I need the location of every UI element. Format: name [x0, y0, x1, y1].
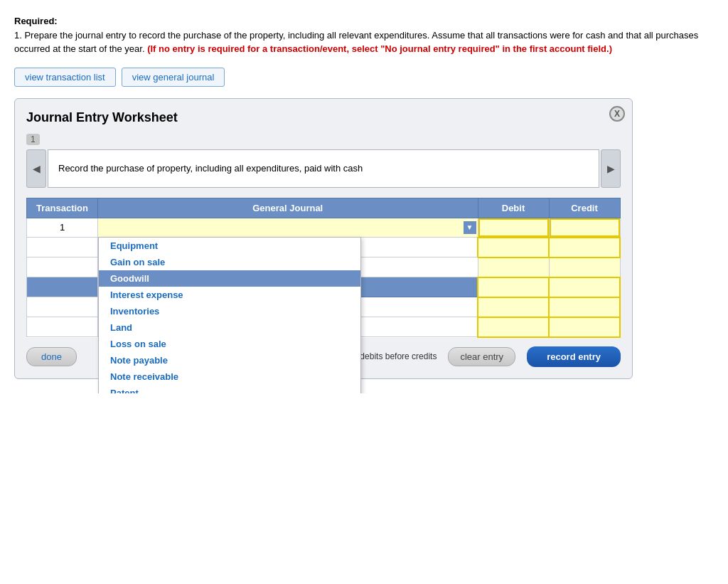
transaction-cell	[27, 317, 98, 337]
transaction-cell: 1	[27, 218, 98, 238]
account-cell[interactable]: ▼ Equipment Gain on sale Goodwill Intere…	[98, 218, 478, 238]
dropdown-item-interest-expense[interactable]: Interest expense	[99, 287, 360, 303]
debit-cell-3[interactable]	[478, 258, 549, 277]
credit-input-2[interactable]	[550, 238, 619, 257]
required-title: Required:	[14, 16, 58, 26]
warning-text: (If no entry is required for a transacti…	[147, 43, 612, 54]
debit-input-5[interactable]	[478, 298, 548, 317]
dropdown-item-gain-on-sale[interactable]: Gain on sale	[99, 254, 360, 270]
view-transaction-list-button[interactable]: view transaction list	[14, 68, 116, 87]
transaction-cell	[27, 238, 98, 258]
credit-input-5[interactable]	[550, 298, 619, 317]
debit-cell-4[interactable]	[478, 277, 549, 297]
col-header-credit: Credit	[549, 198, 620, 218]
debit-input-3[interactable]	[478, 258, 549, 277]
credit-cell-3[interactable]	[549, 258, 620, 277]
account-input[interactable]	[98, 218, 478, 237]
required-section: Required: 1. Prepare the journal entry t…	[14, 14, 714, 56]
dropdown-item-note-receivable[interactable]: Note receivable	[99, 368, 360, 385]
debit-input[interactable]	[478, 218, 549, 237]
done-button[interactable]: done	[26, 347, 77, 366]
dropdown-item-land[interactable]: Land	[99, 319, 360, 336]
journal-table: Transaction General Journal Debit Credit…	[26, 198, 621, 338]
view-general-journal-button[interactable]: view general journal	[122, 68, 225, 87]
worksheet-title: Journal Entry Worksheet	[26, 110, 621, 125]
transaction-badge: 1	[26, 134, 40, 145]
close-button[interactable]: X	[609, 106, 625, 122]
credit-cell-6[interactable]	[549, 317, 620, 337]
dropdown-item-patent[interactable]: Patent	[99, 385, 360, 393]
clear-button[interactable]: clear entry	[448, 347, 515, 366]
credit-input-6[interactable]	[550, 318, 619, 336]
credit-input-4[interactable]	[550, 278, 619, 297]
debit-cell-5[interactable]	[478, 297, 549, 317]
dropdown-item-goodwill[interactable]: Goodwill	[99, 270, 360, 287]
credit-input-3[interactable]	[550, 258, 620, 277]
nav-row: ◀ Record the purchase of property, inclu…	[26, 149, 621, 188]
credit-cell-5[interactable]	[549, 297, 620, 317]
dropdown-item-note-payable[interactable]: Note payable	[99, 352, 360, 368]
credit-cell[interactable]	[549, 218, 620, 238]
dropdown-item-loss-on-sale[interactable]: Loss on sale	[99, 336, 360, 352]
account-dropdown[interactable]: Equipment Gain on sale Goodwill Interest…	[98, 237, 361, 393]
col-header-transaction: Transaction	[27, 198, 98, 218]
transaction-cell	[27, 297, 98, 317]
credit-cell-4[interactable]	[549, 277, 620, 297]
dropdown-arrow[interactable]: ▼	[464, 221, 476, 234]
debit-cell[interactable]	[478, 218, 549, 238]
col-header-debit: Debit	[478, 198, 549, 218]
record-entry-button[interactable]: record entry	[527, 346, 621, 367]
prev-arrow[interactable]: ◀	[26, 149, 46, 188]
toolbar: view transaction list view general journ…	[14, 68, 714, 87]
table-row: 1 ▼ Equipment Gain on sale Goodwill Inte…	[27, 218, 621, 238]
dropdown-item-equipment[interactable]: Equipment	[99, 238, 360, 254]
debit-input-2[interactable]	[478, 238, 548, 257]
credit-input[interactable]	[550, 218, 620, 237]
debit-cell-2[interactable]	[478, 238, 549, 258]
credit-cell-2[interactable]	[549, 238, 620, 258]
description-box: Record the purchase of property, includi…	[48, 149, 599, 188]
transaction-cell	[27, 277, 98, 297]
debit-cell-6[interactable]	[478, 317, 549, 337]
col-header-general-journal: General Journal	[98, 198, 478, 218]
debit-input-4[interactable]	[478, 278, 548, 297]
table-wrapper: Transaction General Journal Debit Credit…	[26, 198, 621, 338]
transaction-cell	[27, 258, 98, 277]
dropdown-item-inventories[interactable]: Inventories	[99, 303, 360, 319]
next-arrow[interactable]: ▶	[601, 149, 621, 188]
worksheet-container: X Journal Entry Worksheet 1 ◀ Record the…	[14, 98, 633, 379]
debit-input-6[interactable]	[478, 318, 548, 336]
